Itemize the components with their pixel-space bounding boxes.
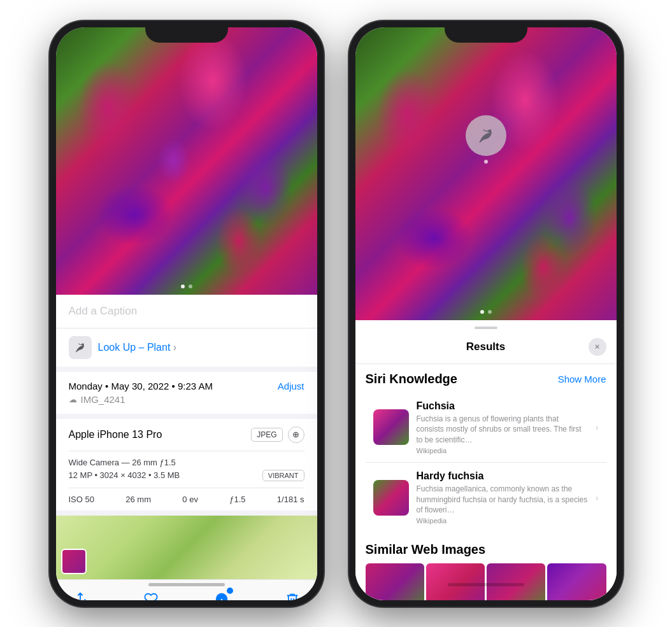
knowledge-item-hardy[interactable]: Hardy fuchsia Fuchsia magellanica, commo… bbox=[366, 463, 606, 532]
lookup-label: Look Up – Plant › bbox=[98, 342, 177, 353]
lookup-row[interactable]: Look Up – Plant › bbox=[69, 336, 304, 359]
device-badges: JPEG ⊕ bbox=[251, 426, 304, 443]
home-indicator-right bbox=[448, 583, 524, 586]
cloud-icon: ☁ bbox=[69, 395, 77, 404]
show-more-button[interactable]: Show More bbox=[558, 374, 606, 384]
exif-shutter: 1/181 s bbox=[277, 495, 304, 504]
siri-knowledge-title: Siri Knowledge bbox=[366, 372, 457, 386]
home-indicator-left bbox=[148, 583, 225, 586]
caption-placeholder[interactable]: Add a Caption bbox=[69, 305, 138, 317]
siri-knowledge-header: Siri Knowledge Show More bbox=[366, 372, 606, 386]
fuchsia-name: Fuchsia bbox=[417, 400, 588, 412]
fuchsia-thumb-img bbox=[373, 409, 409, 445]
right-phone-screen: Results × Siri Knowledge Show More bbox=[355, 27, 617, 600]
page-dot-2 bbox=[189, 285, 192, 288]
flower-overlay bbox=[56, 27, 317, 295]
page-dot-1 bbox=[181, 285, 185, 288]
knowledge-card: Fuchsia Fuchsia is a genus of flowering … bbox=[366, 393, 606, 533]
sheet-handle bbox=[475, 327, 497, 329]
heart-icon bbox=[144, 592, 158, 600]
photo-date: Monday • May 30, 2022 • 9:23 AM bbox=[69, 381, 213, 391]
right-phone: Results × Siri Knowledge Show More bbox=[349, 21, 623, 607]
hardy-thumbnail bbox=[373, 480, 409, 516]
leaf-icon bbox=[74, 341, 87, 354]
hardy-thumb-img bbox=[373, 480, 409, 516]
similar-images-grid bbox=[366, 563, 606, 600]
siri-leaf-icon bbox=[476, 126, 496, 145]
adjust-button[interactable]: Adjust bbox=[278, 381, 304, 391]
map-section[interactable] bbox=[56, 516, 317, 579]
flower-photo-left[interactable] bbox=[56, 27, 317, 295]
info-button[interactable] bbox=[210, 588, 233, 600]
similar-img-3[interactable] bbox=[487, 563, 545, 600]
results-header: Results × bbox=[355, 333, 617, 364]
bottom-toolbar bbox=[56, 579, 317, 600]
meta-section: Monday • May 30, 2022 • 9:23 AM Adjust ☁… bbox=[56, 372, 317, 419]
hardy-source: Wikipedia bbox=[417, 517, 588, 525]
siri-button[interactable] bbox=[466, 115, 506, 156]
device-name: Apple iPhone 13 Pro bbox=[69, 429, 162, 440]
hardy-desc: Fuchsia magellanica, commonly known as t… bbox=[417, 484, 588, 516]
hardy-info: Hardy fuchsia Fuchsia magellanica, commo… bbox=[417, 470, 588, 525]
page-dot-right-2 bbox=[488, 310, 492, 314]
similar-section: Similar Web Images bbox=[366, 542, 606, 600]
device-section: Apple iPhone 13 Pro JPEG ⊕ Wide Camera —… bbox=[56, 419, 317, 516]
results-sheet: Results × Siri Knowledge Show More bbox=[355, 320, 617, 600]
camera-line2: 12 MP • 3024 × 4032 • 3.5 MB VIBRANT bbox=[69, 470, 304, 481]
delete-button[interactable] bbox=[281, 588, 304, 600]
lookup-icon bbox=[69, 336, 92, 359]
left-phone: Add a Caption Look Up – Plant › Monday •… bbox=[50, 21, 324, 607]
similar-title: Similar Web Images bbox=[366, 542, 606, 557]
location-icon: ⊕ bbox=[288, 426, 304, 443]
mp-info: 12 MP • 3024 × 4032 • 3.5 MB bbox=[69, 470, 180, 480]
device-row: Apple iPhone 13 Pro JPEG ⊕ bbox=[69, 419, 304, 451]
caption-area[interactable]: Add a Caption bbox=[56, 295, 317, 328]
results-title: Results bbox=[383, 341, 589, 353]
similar-img-2[interactable] bbox=[426, 563, 485, 600]
fuchsia-thumbnail bbox=[373, 409, 409, 445]
similar-img-4[interactable] bbox=[547, 563, 606, 600]
like-button[interactable] bbox=[139, 588, 162, 600]
map-thumbnail bbox=[61, 549, 87, 574]
flower-overlay-right bbox=[355, 27, 617, 320]
exif-iso: ISO 50 bbox=[69, 495, 94, 504]
exif-ev: 0 ev bbox=[182, 495, 198, 504]
filename-row: ☁ IMG_4241 bbox=[69, 394, 304, 405]
exif-aperture: ƒ1.5 bbox=[229, 495, 245, 504]
left-phone-screen: Add a Caption Look Up – Plant › Monday •… bbox=[56, 27, 317, 600]
date-row: Monday • May 30, 2022 • 9:23 AM Adjust bbox=[69, 381, 304, 391]
share-button[interactable] bbox=[69, 588, 92, 600]
format-badge: JPEG bbox=[251, 428, 282, 442]
page-dot-right-1 bbox=[480, 310, 484, 314]
camera-line1: Wide Camera — 26 mm ƒ1.5 bbox=[69, 458, 304, 467]
share-icon bbox=[73, 592, 87, 600]
page-indicator bbox=[181, 285, 192, 288]
results-content: Siri Knowledge Show More Fuchsia Fuchsia… bbox=[355, 364, 617, 600]
map-mini-image bbox=[62, 550, 85, 573]
fuchsia-chevron: › bbox=[596, 422, 599, 432]
vibrant-badge: VIBRANT bbox=[262, 470, 304, 481]
exif-row: ISO 50 26 mm 0 ev ƒ1.5 1/181 s bbox=[69, 488, 304, 511]
fuchsia-info: Fuchsia Fuchsia is a genus of flowering … bbox=[417, 400, 588, 454]
flower-photo-right bbox=[355, 27, 617, 320]
info-badge bbox=[225, 586, 234, 595]
filename: IMG_4241 bbox=[81, 394, 125, 405]
siri-dot bbox=[484, 160, 488, 164]
lookup-section[interactable]: Look Up – Plant › bbox=[56, 328, 317, 372]
exif-focal: 26 mm bbox=[125, 495, 151, 504]
similar-img-1[interactable] bbox=[366, 563, 424, 600]
hardy-chevron: › bbox=[596, 493, 599, 503]
fuchsia-source: Wikipedia bbox=[417, 447, 588, 454]
close-button[interactable]: × bbox=[589, 338, 606, 356]
hardy-name: Hardy fuchsia bbox=[417, 470, 588, 482]
camera-specs: Wide Camera — 26 mm ƒ1.5 12 MP • 3024 × … bbox=[69, 451, 304, 488]
page-indicator-right bbox=[480, 310, 492, 314]
fuchsia-desc: Fuchsia is a genus of flowering plants t… bbox=[417, 414, 588, 446]
knowledge-item-fuchsia[interactable]: Fuchsia Fuchsia is a genus of flowering … bbox=[366, 393, 606, 463]
trash-icon bbox=[285, 592, 299, 600]
